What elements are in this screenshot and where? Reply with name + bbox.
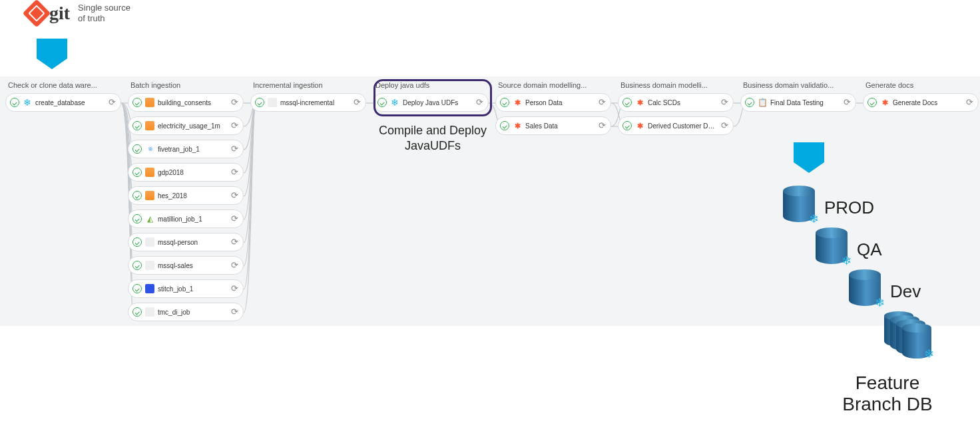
pipeline-task[interactable]: ❄create_database⟳ — [5, 93, 121, 112]
pipeline-stage: Source domain modelling...✱Person Data⟳✱… — [495, 81, 611, 326]
status-success-icon — [500, 98, 509, 107]
dbt-icon: ✱ — [635, 121, 644, 130]
refresh-icon[interactable]: ⟳ — [352, 98, 362, 107]
pipeline-task[interactable]: ✱Sales Data⟳ — [495, 116, 611, 135]
refresh-icon[interactable]: ⟳ — [230, 191, 239, 200]
db-prod-label: PROD — [824, 198, 874, 218]
db-dev-label: Dev — [890, 281, 921, 302]
stitch-icon — [145, 284, 154, 293]
refresh-icon[interactable]: ⟳ — [720, 121, 729, 130]
task-label: Generate Docs — [893, 99, 961, 106]
refresh-icon[interactable]: ⟳ — [230, 121, 239, 130]
task-label: Person Data — [525, 99, 594, 106]
refresh-icon[interactable]: ⟳ — [230, 98, 239, 107]
git-logo: git — [27, 3, 70, 24]
refresh-icon[interactable]: ⟳ — [720, 98, 729, 107]
mssql-icon — [145, 237, 154, 247]
pipeline-task[interactable]: ✱Generate Docs⟳ — [863, 93, 979, 112]
pipeline-task[interactable]: hes_2018⟳ — [128, 186, 244, 205]
db-qa-label: QA — [857, 239, 882, 260]
task-label: gdp2018 — [158, 169, 226, 176]
pipeline-task[interactable]: mssql-sales⟳ — [128, 256, 244, 275]
task-label: mssql-incremental — [280, 99, 349, 106]
stage-title: Check or clone data ware... — [5, 81, 121, 89]
pipeline-task[interactable]: ◭matillion_job_1⟳ — [128, 210, 244, 228]
pipeline-task[interactable]: ✱Calc SCDs⟳ — [618, 93, 734, 112]
refresh-icon[interactable]: ⟳ — [230, 144, 239, 154]
mssql-icon — [268, 98, 277, 107]
task-label: Deploy Java UDFs — [403, 99, 471, 106]
git-header: git Single source of truth — [27, 3, 130, 24]
clipboard-icon: 📋 — [758, 98, 767, 107]
status-success-icon — [132, 144, 142, 154]
task-label: hes_2018 — [158, 192, 226, 200]
status-success-icon — [867, 98, 877, 107]
dbt-icon: ✱ — [880, 98, 889, 107]
task-label: electricity_usage_1m — [158, 122, 226, 130]
stage-title: Business domain validatio... — [740, 81, 856, 89]
pipeline-task[interactable]: ⨳fivetran_job_1⟳ — [128, 140, 244, 158]
status-success-icon — [255, 98, 264, 107]
status-success-icon — [132, 284, 142, 293]
status-success-icon — [132, 168, 142, 177]
task-label: mssql-person — [158, 239, 226, 246]
refresh-icon[interactable]: ⟳ — [230, 284, 239, 293]
snowflake-icon: ❄ — [390, 98, 399, 107]
refresh-icon[interactable]: ⟳ — [230, 307, 239, 317]
stage-title: Batch ingestion — [128, 81, 244, 89]
refresh-icon[interactable]: ⟳ — [597, 121, 607, 130]
aws-icon — [145, 191, 154, 200]
git-wordmark: git — [49, 3, 70, 24]
git-icon — [23, 0, 51, 27]
pipeline-task[interactable]: stitch_job_1⟳ — [128, 279, 244, 298]
refresh-icon[interactable]: ⟳ — [842, 98, 852, 107]
pipeline-task[interactable]: mssql-person⟳ — [128, 233, 244, 251]
status-success-icon — [132, 98, 142, 107]
status-success-icon — [132, 307, 142, 317]
snowflake-icon: ❄ — [23, 98, 32, 107]
refresh-icon[interactable]: ⟳ — [597, 98, 607, 107]
pipeline-stage: Incremental ingestionmssql-incremental⟳ — [250, 81, 366, 326]
pipeline-task[interactable]: gdp2018⟳ — [128, 163, 244, 182]
refresh-icon[interactable]: ⟳ — [230, 261, 239, 270]
pipeline-task[interactable]: ✱Person Data⟳ — [495, 93, 611, 112]
status-success-icon — [622, 98, 632, 107]
refresh-icon[interactable]: ⟳ — [230, 214, 239, 223]
refresh-icon[interactable]: ⟳ — [230, 168, 239, 177]
status-success-icon — [500, 121, 509, 130]
status-success-icon — [10, 98, 19, 107]
task-label: mssql-sales — [158, 262, 226, 269]
snowflake-icon: ❄ — [875, 295, 885, 310]
dbt-icon: ✱ — [513, 121, 522, 130]
dbt-icon: ✱ — [513, 98, 522, 107]
arrow-down-icon — [794, 142, 824, 162]
task-label: create_database — [35, 99, 104, 106]
db-dev: ❄ — [849, 270, 881, 306]
refresh-icon[interactable]: ⟳ — [230, 237, 239, 247]
pipeline-task[interactable]: mssql-incremental⟳ — [250, 93, 366, 112]
pipeline-stage: Deploy java udfs❄Deploy Java UDFs⟳ — [373, 81, 489, 326]
mssql-icon — [145, 261, 154, 270]
arrow-down-icon — [37, 39, 67, 59]
pipeline-task[interactable]: ✱Derived Customer Data⟳ — [618, 116, 734, 135]
status-success-icon — [132, 214, 142, 223]
highlight-caption: Compile and Deploy JavaUDFs — [374, 123, 491, 153]
refresh-icon[interactable]: ⟳ — [965, 98, 974, 107]
stage-title: Deploy java udfs — [373, 81, 489, 89]
pipeline-task[interactable]: ❄Deploy Java UDFs⟳ — [373, 93, 489, 112]
pipeline-stage: Business domain modelli...✱Calc SCDs⟳✱De… — [618, 81, 734, 326]
matillion-icon: ◭ — [145, 214, 154, 223]
db-feature-branches: ❄ — [884, 312, 937, 359]
db-feature-label: Feature Branch DB — [818, 372, 957, 415]
pipeline-task[interactable]: building_consents⟳ — [128, 93, 244, 112]
pipeline-task[interactable]: 📋Final Data Testing⟳ — [740, 93, 856, 112]
pipeline-task[interactable]: electricity_usage_1m⟳ — [128, 116, 244, 135]
aws-icon — [145, 121, 154, 130]
fivetran-icon: ⨳ — [145, 144, 154, 154]
status-success-icon — [132, 121, 142, 130]
task-label: Final Data Testing — [770, 99, 839, 106]
refresh-icon[interactable]: ⟳ — [107, 98, 117, 107]
refresh-icon[interactable]: ⟳ — [475, 98, 484, 107]
stage-title: Incremental ingestion — [250, 81, 366, 89]
pipeline-task[interactable]: tmc_di_job⟳ — [128, 303, 244, 321]
